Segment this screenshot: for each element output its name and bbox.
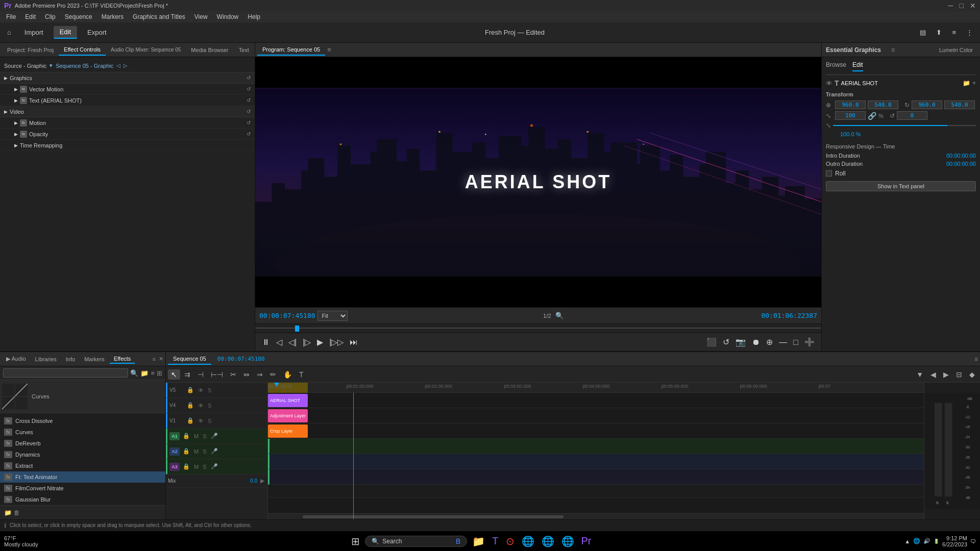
insert-button[interactable]: ➕ xyxy=(802,336,817,348)
tab-audio[interactable]: ▶ Audio xyxy=(2,355,30,363)
v1-eye-button[interactable]: 👁 xyxy=(197,417,205,424)
scrubber-handle[interactable] xyxy=(295,325,299,332)
effect-gaussian-blur[interactable]: fx Gaussian Blur xyxy=(0,494,165,505)
sound-icon[interactable]: 🔊 xyxy=(923,538,930,544)
menu-graphics[interactable]: Graphics and Titles xyxy=(129,12,189,21)
minimize-button[interactable]: ─ xyxy=(948,2,953,10)
effect-curves[interactable]: fx Curves xyxy=(0,427,165,438)
lumetri-color-tab[interactable]: Lumetri Color xyxy=(936,45,976,55)
more-options-button[interactable]: ⋮ xyxy=(963,27,976,38)
fit-select[interactable]: Fit 100% 75% 50% 25% xyxy=(317,311,348,321)
step-forward-button[interactable]: ⏭ xyxy=(347,337,360,348)
anki-button[interactable]: ⊙ xyxy=(504,534,517,548)
a3-lock-button[interactable]: 🔒 xyxy=(182,463,191,470)
nav-next-button[interactable]: ▷ xyxy=(124,63,128,68)
v4-eye-button[interactable]: 👁 xyxy=(197,402,205,409)
a1-mic-button[interactable]: 🎤 xyxy=(210,432,219,440)
scroll-right-button[interactable]: ▶ xyxy=(940,369,952,380)
timeline-ruler[interactable]: 00:00:00:00 00:01:00:000 00:02:00.000 00… xyxy=(268,383,924,393)
opacity-value[interactable]: 0 xyxy=(897,111,927,120)
settings-button[interactable]: ≡ xyxy=(949,27,959,38)
tab-effect-controls[interactable]: Effect Controls xyxy=(59,44,106,56)
rotation-x-value[interactable]: 960.0 xyxy=(912,101,942,109)
lift-button[interactable]: — xyxy=(776,337,790,348)
step-back-button[interactable]: ◁ xyxy=(274,336,285,348)
current-timecode[interactable]: 00:00:07:45180 xyxy=(259,312,315,319)
tab-project[interactable]: Project: Fresh Proj xyxy=(2,45,59,55)
slip-tool-button[interactable]: ⇔ xyxy=(240,369,253,380)
home-button[interactable]: ⌂ xyxy=(4,27,14,38)
slide-tool-button[interactable]: ⇒ xyxy=(254,369,266,380)
clip-aerial-shot[interactable]: AERIAL SHOT xyxy=(268,394,308,407)
v1-solo-button[interactable]: S xyxy=(207,417,212,424)
mix-button[interactable]: ▶ xyxy=(259,477,265,485)
visibility-toggle[interactable]: 👁 xyxy=(826,80,832,87)
opacity-reset[interactable]: ↺ xyxy=(247,131,251,137)
effect-dynamics[interactable]: fx Dynamics xyxy=(0,449,165,460)
taskbar-time-display[interactable]: 9:12 PM 6/22/2023 xyxy=(942,535,967,547)
graphics-section-header[interactable]: ▶ Graphics ↺ xyxy=(0,72,255,84)
a1-solo-button[interactable]: S xyxy=(202,433,207,440)
effect-cross-dissolve[interactable]: fx Cross Dissolve xyxy=(0,415,165,427)
new-layer-button[interactable]: + xyxy=(972,80,976,87)
effect-dereverb[interactable]: fx DeReverb xyxy=(0,438,165,449)
hand-tool-button[interactable]: ✋ xyxy=(280,369,295,380)
a1-mute-button[interactable]: M xyxy=(193,433,200,440)
panel-layout-button[interactable]: ▤ xyxy=(917,27,929,38)
status-icon[interactable]: ℹ xyxy=(4,522,7,529)
extract-button[interactable]: □ xyxy=(791,337,801,348)
type-tool-button[interactable]: T xyxy=(296,369,307,380)
a2-mic-button[interactable]: 🎤 xyxy=(210,447,219,455)
import-tab[interactable]: Import xyxy=(18,27,50,38)
delete-effect-button[interactable]: 🗑 xyxy=(14,509,20,516)
play-button[interactable]: ▶ xyxy=(314,336,326,348)
v1-lock-button[interactable]: 🔒 xyxy=(186,417,195,424)
v4-solo-button[interactable]: S xyxy=(207,402,212,409)
rotation-y-value[interactable]: 540.0 xyxy=(944,101,975,109)
file-explorer-button[interactable]: 📁 xyxy=(470,534,487,548)
menu-markers[interactable]: Markers xyxy=(97,12,128,21)
teams-button[interactable]: T xyxy=(490,534,500,548)
restore-button[interactable]: □ xyxy=(960,2,964,10)
program-monitor-menu[interactable]: ≡ xyxy=(327,46,331,54)
nav-prev-button[interactable]: ◁ xyxy=(116,63,120,68)
menu-clip[interactable]: Clip xyxy=(41,12,60,21)
zoom-button[interactable]: 🔍 xyxy=(553,311,566,320)
a3-mute-button[interactable]: M xyxy=(193,463,200,470)
effects-panel-more[interactable]: ≡ xyxy=(153,356,156,362)
rolling-tool-button[interactable]: ⊢⊣ xyxy=(208,369,226,380)
effects-panel-close[interactable]: ✕ xyxy=(159,356,163,362)
a2-solo-button[interactable]: S xyxy=(202,448,207,455)
tab-effects[interactable]: Effects xyxy=(110,355,135,364)
outro-value[interactable]: 00:00:00:00 xyxy=(946,161,976,167)
record-button[interactable]: ⏺ xyxy=(749,337,763,348)
menu-sequence[interactable]: Sequence xyxy=(61,12,96,21)
effects-search-input[interactable] xyxy=(3,368,128,378)
chrome-button[interactable]: 🌐 xyxy=(559,534,576,548)
scrollbar-thumb[interactable] xyxy=(303,515,564,518)
v5-solo-button[interactable]: S xyxy=(207,387,212,394)
menu-window[interactable]: Window xyxy=(213,12,243,21)
v4-lock-button[interactable]: 🔒 xyxy=(186,402,195,409)
browser1-button[interactable]: 🌐 xyxy=(520,534,536,548)
menu-view[interactable]: View xyxy=(190,12,212,21)
scale-slider[interactable] xyxy=(833,125,976,126)
menu-edit[interactable]: Edit xyxy=(21,12,40,21)
close-button[interactable]: ✕ xyxy=(970,2,976,10)
grid-view-btn[interactable]: ⊞ xyxy=(157,369,162,377)
add-marker-button[interactable]: ⊕ xyxy=(764,336,775,348)
scale-link-icon[interactable]: 🔗 xyxy=(868,112,876,120)
battery-icon[interactable]: 🔋 xyxy=(934,539,939,544)
edit-tab[interactable]: Edit xyxy=(54,26,77,39)
a3-mic-button[interactable]: 🎤 xyxy=(210,463,219,470)
new-folder-button[interactable]: 📁 xyxy=(963,80,970,87)
new-folder-btn[interactable]: 📁 xyxy=(140,369,149,377)
razor-tool-button[interactable]: ✂ xyxy=(227,369,239,380)
source-dropdown-icon[interactable]: ▾ xyxy=(50,62,53,69)
monitor-scrubber[interactable] xyxy=(255,323,821,333)
sequence-tab[interactable]: Sequence 05 xyxy=(168,354,211,365)
scale-pct-value[interactable]: 100.0 % xyxy=(840,131,861,137)
graphics-reset-button[interactable]: ↺ xyxy=(247,75,251,81)
eg-browse-tab[interactable]: Browse xyxy=(826,61,846,71)
new-bin-button[interactable]: 📁 xyxy=(4,509,12,516)
